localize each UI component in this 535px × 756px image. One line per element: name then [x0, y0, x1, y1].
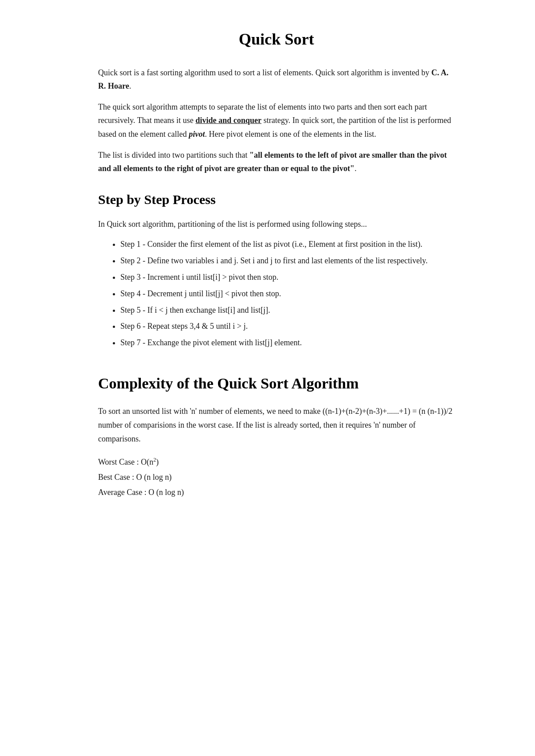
average-case: Average Case : O (n log n) [98, 485, 455, 500]
complexity-heading: Complexity of the Quick Sort Algorithm [98, 372, 455, 396]
intro-text-1: Quick sort is a fast sorting algorithm u… [98, 68, 431, 77]
complexity-para: To sort an unsorted list with 'n' number… [98, 405, 455, 445]
step-section-heading: Step by Step Process [98, 189, 455, 210]
intro-text-3b: . [354, 164, 357, 173]
step-item-1: Step 1 - Consider the first element of t… [120, 238, 455, 251]
step-item-3: Step 3 - Increment i until list[i] > piv… [120, 271, 455, 284]
worst-case-end: ) [156, 458, 159, 466]
step-section-intro: In Quick sort algorithm, partitioning of… [98, 217, 455, 231]
pivot-text: pivot [189, 130, 205, 139]
page-container: Quick Sort Quick sort is a fast sorting … [62, 0, 473, 536]
intro-text-3a: The list is divided into two partitions … [98, 151, 249, 159]
best-case: Best Case : O (n log n) [98, 470, 455, 485]
step-item-7: Step 7 - Exchange the pivot element with… [120, 336, 455, 349]
intro-text-2c: . Here pivot element is one of the eleme… [205, 130, 376, 139]
page-title: Quick Sort [98, 27, 455, 53]
intro-para-2: The quick sort algorithm attempts to sep… [98, 100, 455, 141]
worst-case: Worst Case : O(n2) [98, 454, 455, 470]
worst-case-label: Worst Case : O(n [98, 458, 153, 466]
intro-para-1: Quick sort is a fast sorting algorithm u… [98, 66, 455, 93]
complexity-section: Complexity of the Quick Sort Algorithm T… [98, 372, 455, 500]
complexity-cases: Worst Case : O(n2) Best Case : O (n log … [98, 454, 455, 500]
intro-para-3: The list is divided into two partitions … [98, 148, 455, 176]
step-item-4: Step 4 - Decrement j until list[j] < piv… [120, 287, 455, 300]
step-item-5: Step 5 - If i < j then exchange list[i] … [120, 304, 455, 317]
intro-text-1-end: . [129, 82, 132, 90]
divide-conquer-text: divide and conquer [195, 116, 261, 125]
step-item-6: Step 6 - Repeat steps 3,4 & 5 until i > … [120, 320, 455, 333]
steps-list: Step 1 - Consider the first element of t… [120, 238, 455, 349]
step-item-2: Step 2 - Define two variables i and j. S… [120, 254, 455, 267]
